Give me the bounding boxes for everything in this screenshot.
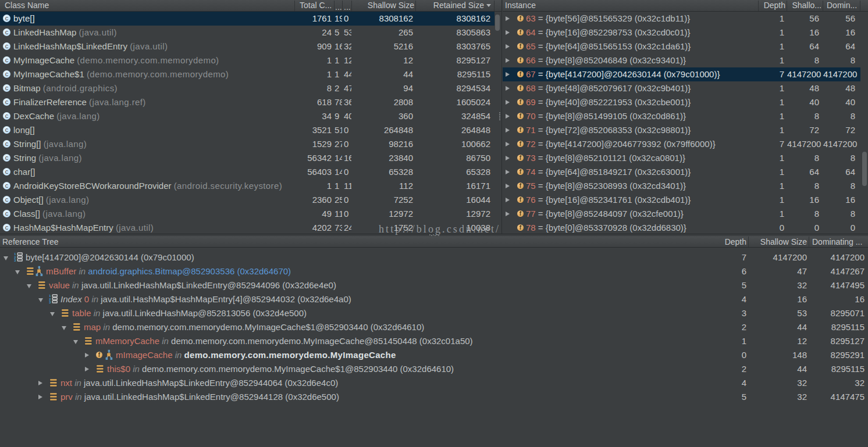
svg-text:3: 3: [49, 301, 51, 303]
svg-text:3: 3: [14, 259, 16, 262]
